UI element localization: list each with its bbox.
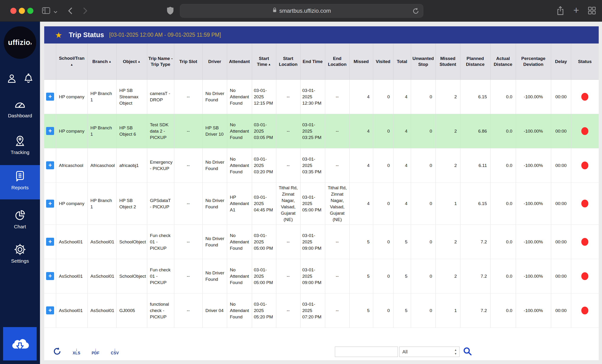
cell-start_time: 03-01-2025 04:45 PM (252, 182, 276, 225)
table-row[interactable]: +AsSchool01AsSchool01SchoolObjectFun che… (44, 259, 599, 293)
table-row[interactable]: +HP companyHP Branch 1HP SB Object 2GPSd… (44, 182, 599, 225)
logo-text: uffizio (8, 38, 30, 47)
cell-missed: 5 (349, 225, 373, 259)
col-header-expand (44, 43, 56, 79)
sidebar-item-tracking[interactable]: Tracking (0, 135, 40, 155)
sidebar-item-label: Settings (0, 258, 40, 264)
cell-visited: 0 (373, 225, 393, 259)
tab-overview-icon[interactable] (588, 7, 596, 16)
cell-unwanted: 0 (411, 225, 436, 259)
sidebar-item-reports[interactable]: Reports (0, 165, 40, 199)
sidebar-item-chart[interactable]: Chart (0, 209, 40, 229)
user-icon[interactable] (6, 73, 17, 85)
export-xls-button[interactable]: ↓ XLS (73, 348, 80, 355)
col-header-end-time: End Time (300, 43, 325, 79)
traffic-minimize-button[interactable] (19, 8, 25, 14)
url-bar[interactable]: smartbus.uffizio.com (180, 4, 423, 18)
cell-missed: 4 (349, 79, 373, 114)
cell-start_loc: -- (276, 148, 300, 182)
expand-row-button[interactable]: + (46, 161, 54, 169)
uffizio-logo[interactable]: uffizio› (4, 26, 36, 59)
col-header-actual-distance: Actual Distance (490, 43, 516, 79)
export-csv-button[interactable]: ↓ CSV (111, 348, 119, 355)
cell-school: HP company (56, 114, 87, 148)
cell-missed: 5 (349, 293, 373, 328)
refresh-icon[interactable] (53, 347, 61, 356)
cell-missed: 5 (349, 259, 373, 293)
cell-delay: 00:00 (551, 225, 571, 259)
cell-total: 5 (393, 293, 411, 328)
sidebar-item-settings[interactable]: Settings (0, 244, 40, 264)
cell-attendant: No Attendant Found (227, 114, 252, 148)
cell-unwanted: 0 (411, 79, 436, 114)
table-search-input[interactable] (335, 347, 398, 357)
cell-planned: 6.11 (460, 148, 490, 182)
cell-visited: 0 (373, 182, 393, 225)
share-icon[interactable] (556, 6, 564, 16)
table-row[interactable]: +AsSchool01AsSchool01GJ0005functional ch… (44, 293, 599, 328)
table-row[interactable]: +HP companyHP Branch 1HP SB Object 6Test… (44, 114, 599, 148)
shield-icon[interactable] (166, 6, 174, 16)
cell-deviation: -100.00% (516, 79, 551, 114)
col-header-unwanted-stop: Unwanted Stop (411, 43, 436, 79)
table-row[interactable]: +AsSchool01AsSchool01SchoolObjectFun che… (44, 225, 599, 259)
col-header-branch[interactable]: Branch▲ (87, 43, 116, 79)
col-header-school-tran[interactable]: School/Tran▲ (56, 43, 87, 79)
traffic-maximize-button[interactable] (27, 8, 33, 14)
cell-actual: 0.0 (490, 259, 516, 293)
cell-total: 4 (393, 182, 411, 225)
chevron-down-icon[interactable] (54, 10, 57, 14)
cloud-download-button[interactable] (3, 327, 37, 361)
expand-row-button[interactable]: + (46, 238, 54, 246)
sidebar-item-dashboard[interactable]: Dashboard (0, 99, 40, 118)
cell-unwanted: 0 (411, 182, 436, 225)
cell-missed: 4 (349, 182, 373, 225)
forward-icon[interactable] (83, 7, 88, 16)
expand-row-button[interactable]: + (46, 200, 54, 208)
expand-cell: + (44, 293, 56, 328)
cell-missed_student: 1 (436, 293, 460, 328)
main-area: ★ Trip Status [03-01-2025 12:00 AM - 09-… (40, 22, 602, 364)
cell-start_loc: -- (276, 225, 300, 259)
col-header-object[interactable]: Object▲ (116, 43, 147, 79)
new-tab-icon[interactable]: + (573, 6, 579, 15)
date-range[interactable]: [03-01-2025 12:00 AM - 09-01-2025 11:59 … (109, 32, 221, 38)
cell-actual: 0.0 (490, 293, 516, 328)
cell-end_loc: -- (325, 79, 349, 114)
status-cell (571, 259, 599, 293)
cell-end_time: 03-01-2025 03:25 PM (300, 114, 325, 148)
report-card: ★ Trip Status [03-01-2025 12:00 AM - 09-… (44, 26, 599, 360)
expand-row-button[interactable]: + (46, 93, 54, 101)
cell-attendant: No Attendant Found (227, 293, 252, 328)
reload-icon[interactable] (412, 8, 419, 16)
search-submit-icon[interactable] (463, 347, 472, 357)
favorite-star-icon[interactable]: ★ (55, 31, 62, 39)
expand-row-button[interactable]: + (46, 127, 54, 135)
export-pdf-button[interactable]: ↓ PDF (92, 348, 100, 355)
table-row[interactable]: +AfricaschoolAfricaschoolafricaobj1Emerg… (44, 148, 599, 182)
cell-planned: 6.15 (460, 79, 490, 114)
download-icon: ↓ (114, 348, 116, 351)
cell-driver: No Driver Found (203, 225, 227, 259)
expand-row-button[interactable]: + (46, 272, 54, 280)
col-header-start-time[interactable]: Start Time▲ (252, 43, 276, 79)
status-dot (581, 200, 588, 207)
cell-deviation: -100.00% (516, 114, 551, 148)
cell-delay: 00:00 (551, 79, 571, 114)
sort-asc-icon: ▲ (57, 62, 86, 67)
cell-trip: GPSdataT - PICKUP (147, 182, 174, 225)
column-filter-select[interactable]: All ▲▼ (399, 347, 460, 357)
status-dot (581, 307, 588, 314)
back-icon[interactable] (67, 7, 73, 16)
cell-object: HP SB Object 2 (116, 182, 147, 225)
table-row[interactable]: +HP companyHP Branch 1HP SB Streamax Obj… (44, 79, 599, 114)
table-wrap: School/Tran▲Branch▲Object▲Trip Name - Tr… (44, 43, 599, 343)
cell-unwanted: 0 (411, 114, 436, 148)
sidebar-toggle-icon[interactable] (42, 7, 50, 15)
traffic-close-button[interactable] (10, 8, 16, 14)
cell-attendant: No Attendant Found (227, 259, 252, 293)
sort-asc-icon: ▲ (108, 60, 111, 63)
expand-row-button[interactable]: + (46, 306, 54, 314)
report-footer: ↓ XLS ↓ PDF ↓ CSV All ▲▼ (44, 343, 599, 360)
notifications-bell-icon[interactable] (23, 73, 34, 85)
